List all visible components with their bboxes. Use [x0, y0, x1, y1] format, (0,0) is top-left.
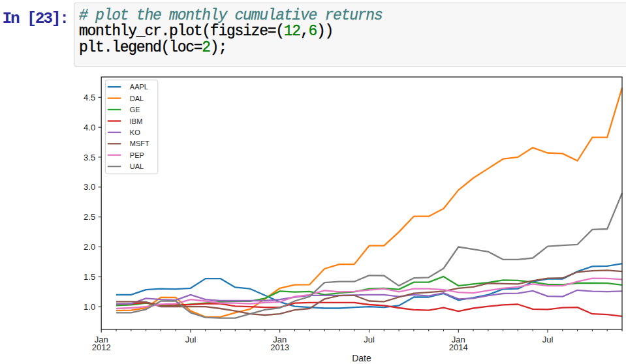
svg-text:2.5: 2.5	[84, 212, 95, 222]
svg-text:MSFT: MSFT	[130, 140, 149, 147]
svg-text:PEP: PEP	[130, 151, 144, 159]
svg-text:3.0: 3.0	[84, 182, 95, 192]
svg-text:Jul: Jul	[185, 335, 196, 344]
svg-text:IBM: IBM	[130, 117, 143, 125]
svg-text:4.0: 4.0	[84, 123, 95, 132]
svg-text:2012: 2012	[92, 342, 111, 352]
svg-text:KO: KO	[130, 129, 140, 136]
svg-text:3.5: 3.5	[84, 153, 95, 162]
svg-text:2.0: 2.0	[84, 242, 95, 252]
svg-text:1.5: 1.5	[84, 272, 95, 282]
svg-text:1.0: 1.0	[84, 302, 95, 312]
svg-text:Date: Date	[352, 353, 371, 363]
svg-text:4.5: 4.5	[84, 93, 95, 102]
svg-text:Jul: Jul	[364, 335, 375, 344]
svg-text:2014: 2014	[449, 342, 468, 352]
svg-text:UAL: UAL	[130, 162, 144, 170]
svg-text:AAPL: AAPL	[130, 83, 148, 91]
svg-text:Jul: Jul	[542, 335, 554, 344]
svg-text:2013: 2013	[270, 342, 289, 352]
svg-text:GE: GE	[130, 106, 140, 114]
svg-text:DAL: DAL	[130, 95, 144, 102]
